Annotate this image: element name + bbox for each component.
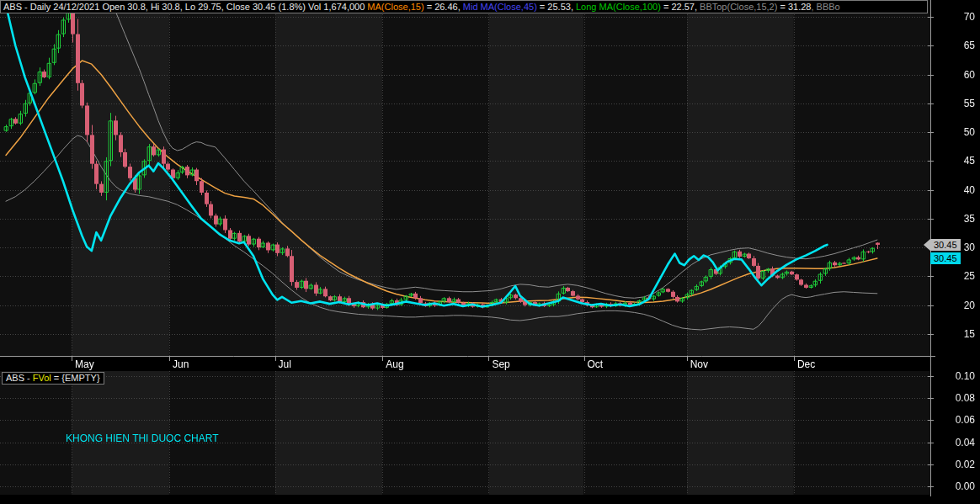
main-chart-title: ABS - Daily 24/12/2021 Open 30.8, Hi 30.… bbox=[0, 0, 928, 13]
price-axis-label: 65 bbox=[933, 40, 975, 51]
last-price-tag-cyan: 30.45 bbox=[930, 252, 961, 264]
title-segment: = 25.53, bbox=[537, 2, 576, 12]
chart-window: ABS - Daily 24/12/2021 Open 30.8, Hi 30.… bbox=[0, 0, 980, 504]
month-label: Jul bbox=[279, 358, 291, 370]
sub-axis-label: 0.02 bbox=[933, 459, 975, 470]
sub-chart-title: ABS - FVol = {EMPTY} bbox=[2, 372, 104, 385]
month-label: Jun bbox=[173, 358, 189, 370]
close-line-value: 30.45 bbox=[930, 252, 961, 264]
title-segment: Long MA(Close,100) bbox=[576, 2, 661, 12]
price-axis-label: 45 bbox=[933, 155, 975, 167]
price-axis-label: 50 bbox=[933, 126, 975, 138]
sub-axis-label: 0.10 bbox=[933, 370, 975, 382]
sub-axis-label: 0.04 bbox=[933, 437, 975, 448]
price-axis-label: 25 bbox=[933, 270, 975, 282]
title-segment: ABS - bbox=[6, 373, 33, 383]
price-axis-label: 40 bbox=[933, 184, 975, 196]
title-segment: ABS - Daily 24/12/2021 Open 30.8, Hi 30.… bbox=[3, 2, 367, 12]
title-segment: = {EMPTY} bbox=[51, 373, 100, 383]
title-segment: = 22.57, bbox=[661, 2, 700, 12]
sub-axis-label: 0.00 bbox=[933, 480, 975, 492]
month-label: Oct bbox=[588, 358, 604, 370]
title-segment: BBTop(Close,15,2) bbox=[700, 2, 777, 12]
title-segment: = 31.28 bbox=[777, 2, 811, 12]
month-label: Nov bbox=[690, 358, 708, 370]
price-axis-label: 15 bbox=[933, 328, 975, 340]
chart-canvas[interactable] bbox=[0, 0, 980, 504]
last-price-value: 30.45 bbox=[930, 239, 961, 251]
last-price-tag-gray: 30.45 bbox=[924, 239, 961, 251]
tag-arrow-icon bbox=[924, 239, 930, 251]
title-segment: MA(Close,15) bbox=[367, 2, 423, 12]
title-segment: Mid MA(Close,45) bbox=[463, 2, 537, 12]
price-axis-label: 35 bbox=[933, 213, 975, 225]
month-label: Aug bbox=[386, 358, 403, 370]
title-segment: , BBBo bbox=[811, 2, 839, 12]
month-label: Sep bbox=[492, 358, 509, 370]
sub-axis-label: 0.08 bbox=[933, 392, 975, 404]
month-label: Dec bbox=[797, 358, 815, 370]
price-axis-label: 20 bbox=[933, 300, 975, 311]
sub-axis-label: 0.06 bbox=[933, 414, 975, 426]
sub-panel-message: KHONG HIEN THI DUOC CHART bbox=[66, 432, 219, 444]
price-axis-label: 70 bbox=[933, 11, 975, 23]
title-segment: = 26.46, bbox=[424, 2, 463, 12]
price-axis-label: 60 bbox=[933, 69, 975, 81]
month-label: May bbox=[75, 358, 94, 370]
price-axis-label: 55 bbox=[933, 98, 975, 109]
title-segment: FVol bbox=[33, 373, 51, 383]
